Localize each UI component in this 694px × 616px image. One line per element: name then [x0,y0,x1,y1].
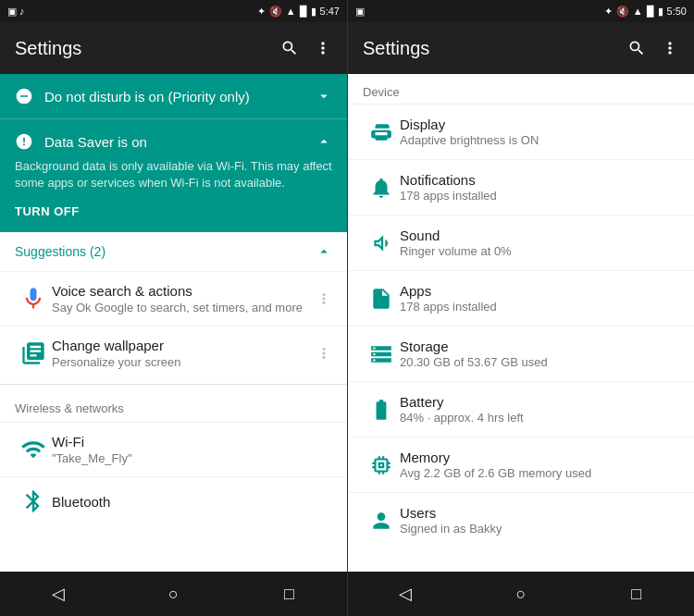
back-button[interactable]: ◁ [31,572,86,616]
left-more-icon[interactable] [314,39,332,57]
display-text: Display Adaptive brightness is ON [400,117,679,147]
right-nav-bar: ◁ ○ □ [348,572,694,616]
status-bar-left: ▣ ♪ [7,6,25,18]
wireless-section-label: Wireless & networks [15,401,124,415]
voice-search-title: Voice search & actions [52,283,316,299]
right-search-icon[interactable] [627,39,646,57]
bluetooth-item[interactable]: Bluetooth [0,476,347,525]
voice-search-icon [15,286,52,312]
left-app-bar: Settings [0,22,347,74]
display-title: Display [400,117,679,132]
voice-search-more-icon[interactable] [316,290,332,307]
suggestions-chevron-icon [316,243,332,260]
battery-title: Battery [400,394,679,410]
left-search-icon[interactable] [280,39,299,57]
memory-icon [363,453,400,477]
right-status-bar-right: ✦ 🔇 ▲ ▉ ▮ 5:50 [604,6,687,18]
data-saver-chevron-icon [316,133,332,150]
voice-search-subtitle: Say Ok Google to search, set timers, and… [52,301,316,314]
suggestions-header[interactable]: Suggestions (2) [0,232,347,271]
bluetooth-text: Bluetooth [52,494,332,510]
bt-icon: ✦ [257,6,266,18]
recents-button[interactable]: □ [262,572,317,616]
home-button[interactable]: ○ [146,572,202,616]
wifi-settings-icon [15,437,52,462]
right-battery-icon: ▮ [658,6,663,18]
dnd-banner[interactable]: Do not disturb is on (Priority only) [0,74,347,118]
display-icon [363,120,400,144]
right-wifi-icon: ▲ [633,6,643,17]
right-status-icon-left: ▣ [355,6,365,18]
wallpaper-more-icon[interactable] [316,345,332,362]
left-app-bar-title: Settings [15,38,280,59]
section-divider [0,384,347,385]
change-wallpaper-item[interactable]: Change wallpaper Personalize your screen [0,326,347,380]
right-recents-button[interactable]: □ [609,572,664,616]
battery-settings-icon [363,398,400,422]
right-phone-panel: ▣ ✦ 🔇 ▲ ▉ ▮ 5:50 Settings [347,0,694,616]
left-phone-panel: ▣ ♪ ✦ 🔇 ▲ ▉ ▮ 5:47 Settings [0,0,347,616]
right-time: 5:50 [667,6,687,17]
users-subtitle: Signed in as Bakky [400,522,679,536]
turn-off-button[interactable]: TURN OFF [15,204,80,218]
left-status-bar: ▣ ♪ ✦ 🔇 ▲ ▉ ▮ 5:47 [0,0,347,22]
users-text: Users Signed in as Bakky [400,505,679,536]
wifi-subtitle: "Take_Me_Fly" [52,451,332,465]
wifi-item[interactable]: Wi-Fi "Take_Me_Fly" [0,422,347,476]
right-status-bar: ▣ ✦ 🔇 ▲ ▉ ▮ 5:50 [348,0,694,22]
right-home-button[interactable]: ○ [493,572,549,616]
data-saver-banner: Data Saver is on Background data is only… [0,118,347,232]
sound-item[interactable]: Sound Ringer volume at 0% [348,215,694,270]
dnd-chevron-icon [316,88,332,105]
sound-settings-icon [363,231,400,255]
storage-item[interactable]: Storage 20.30 GB of 53.67 GB used [348,326,694,381]
apps-icon [363,287,400,311]
battery-item[interactable]: Battery 84% · approx. 4 hrs left [348,381,694,437]
battery-text: Battery 84% · approx. 4 hrs left [400,394,679,425]
display-item[interactable]: Display Adaptive brightness is ON [348,104,694,159]
device-section-label: Device [348,74,694,104]
right-more-icon[interactable] [661,39,679,57]
notifications-icon [363,176,400,200]
data-saver-icon [15,132,33,151]
left-nav-bar: ◁ ○ □ [0,572,347,616]
right-app-bar: Settings [348,22,694,74]
wallpaper-subtitle: Personalize your screen [52,355,316,369]
right-sound-icon: 🔇 [616,6,629,18]
right-app-bar-icons [627,39,679,57]
left-app-bar-icons [280,39,332,57]
suggestions-title: Suggestions (2) [15,244,105,259]
wireless-section-header: Wireless & networks [0,388,347,422]
storage-icon [363,342,400,366]
users-title: Users [400,505,679,521]
dnd-icon [15,87,33,105]
dnd-text: Do not disturb is on (Priority only) [44,89,250,105]
right-back-button[interactable]: ◁ [378,572,433,616]
wallpaper-icon [15,340,52,366]
battery-icon: ▮ [311,6,316,18]
apps-text: Apps 178 apps installed [400,283,679,314]
right-status-bar-left: ▣ [355,6,365,18]
notifications-text: Notifications 178 apps installed [400,172,679,203]
battery-subtitle: 84% · approx. 4 hrs left [400,411,679,425]
wifi-icon: ▲ [286,6,296,17]
sound-subtitle: Ringer volume at 0% [400,244,679,258]
signal-icon: ▉ [300,6,307,18]
data-saver-title: Data Saver is on [44,134,147,150]
notifications-item[interactable]: Notifications 178 apps installed [348,159,694,215]
users-item[interactable]: Users Signed in as Bakky [348,492,694,548]
sound-icon: 🔇 [269,6,282,18]
memory-subtitle: Avg 2.2 GB of 2.6 GB memory used [400,466,679,480]
apps-item[interactable]: Apps 178 apps installed [348,270,694,326]
right-bt-icon: ✦ [604,6,613,18]
storage-title: Storage [400,339,679,354]
notifications-title: Notifications [400,172,679,188]
voice-search-item[interactable]: Voice search & actions Say Ok Google to … [0,271,347,326]
wallpaper-title: Change wallpaper [52,338,316,353]
data-saver-description: Background data is only available via Wi… [15,158,332,191]
right-scroll-content: Device Display Adaptive brightness is ON [348,74,694,572]
memory-item[interactable]: Memory Avg 2.2 GB of 2.6 GB memory used [348,437,694,492]
sound-title: Sound [400,228,679,243]
users-icon [363,509,400,533]
display-subtitle: Adaptive brightness is ON [400,133,679,147]
